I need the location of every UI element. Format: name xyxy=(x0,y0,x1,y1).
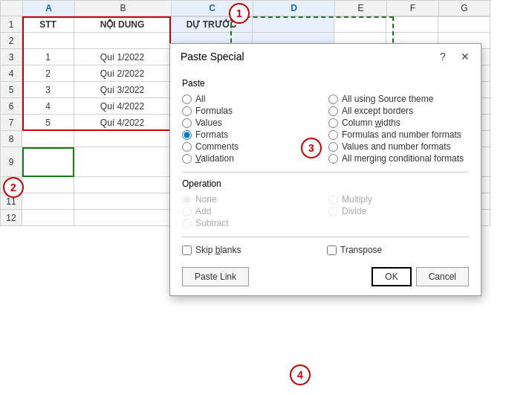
cell-a2[interactable] xyxy=(22,33,74,49)
skip-blanks-checkbox[interactable] xyxy=(182,245,192,255)
cell-b11[interactable] xyxy=(74,193,171,210)
row-num-6: 6 xyxy=(0,98,22,115)
cell-a3[interactable]: 1 xyxy=(22,49,74,65)
paste-options-right: All using Source theme All except border… xyxy=(328,93,469,164)
paste-option-all-source[interactable]: All using Source theme xyxy=(328,93,469,105)
dialog-controls: ? ✕ xyxy=(435,48,473,65)
paste-option-col-widths[interactable]: Column widths xyxy=(328,117,469,129)
cell-b5[interactable]: Quí 3/2022 xyxy=(74,82,171,98)
operation-options-left: None Add Subtract xyxy=(182,193,322,229)
cell-b1[interactable]: NỘI DUNG xyxy=(74,16,171,33)
cell-a7[interactable]: 5 xyxy=(22,115,74,131)
col-header-b[interactable]: B xyxy=(74,0,171,16)
annotation-4: 4 xyxy=(290,365,311,385)
operation-divide[interactable]: Divide xyxy=(328,205,469,217)
row-num-3: 3 xyxy=(0,49,22,65)
ok-cancel-group: OK Cancel xyxy=(372,267,469,286)
cell-b8[interactable] xyxy=(74,131,171,147)
paste-option-values[interactable]: Values xyxy=(182,117,322,129)
cell-a11[interactable] xyxy=(22,193,74,210)
cell-a12[interactable] xyxy=(22,210,74,226)
cell-a10[interactable] xyxy=(22,177,74,193)
col-header-f[interactable]: F xyxy=(386,0,438,16)
paste-option-except-borders[interactable]: All except borders xyxy=(328,105,469,117)
corner-cell xyxy=(0,0,22,16)
paste-option-validation[interactable]: Validation xyxy=(182,152,322,164)
row-num-9: 9 xyxy=(0,147,22,177)
dialog-buttons: Paste Link OK Cancel xyxy=(182,264,469,289)
paste-option-formulas-num[interactable]: Formulas and number formats xyxy=(328,129,469,141)
cell-g1[interactable] xyxy=(438,16,490,33)
paste-option-values-num[interactable]: Values and number formats xyxy=(328,141,469,152)
checkbox-row: Skip blanks Transpose xyxy=(182,243,469,257)
row-num-5: 5 xyxy=(0,82,22,98)
annotation-3: 3 xyxy=(301,138,322,158)
cell-d1[interactable] xyxy=(253,16,334,33)
separator-2 xyxy=(182,237,469,237)
cell-a1[interactable]: STT xyxy=(22,16,74,33)
transpose-label: Transpose xyxy=(340,245,382,255)
cell-a6[interactable]: 4 xyxy=(22,98,74,115)
skip-blanks-checkbox-item[interactable]: Skip blanks xyxy=(182,243,324,257)
column-headers: A B C D E F G xyxy=(0,0,532,16)
row-num-2: 2 xyxy=(0,33,22,49)
col-header-a[interactable]: A xyxy=(22,0,74,16)
paste-special-dialog: Paste Special ? ✕ Paste All Formulas xyxy=(169,43,481,296)
row-num-4: 4 xyxy=(0,65,22,82)
dialog-help-button[interactable]: ? xyxy=(435,48,451,65)
paste-option-all-merge[interactable]: All merging conditional formats xyxy=(328,152,469,164)
operation-section-label: Operation xyxy=(182,179,469,189)
col-header-e[interactable]: E xyxy=(334,0,386,16)
cell-b4[interactable]: Quí 2/2022 xyxy=(74,65,171,82)
operation-none[interactable]: None xyxy=(182,193,322,205)
transpose-checkbox[interactable] xyxy=(327,245,337,255)
skip-blanks-label: Skip blanks xyxy=(195,245,241,255)
annotation-1: 1 xyxy=(229,3,250,24)
ok-button[interactable]: OK xyxy=(372,267,411,286)
row-num-8: 8 xyxy=(0,131,22,147)
row-num-7: 7 xyxy=(0,115,22,131)
cell-a5[interactable]: 3 xyxy=(22,82,74,98)
col-header-d[interactable]: D xyxy=(253,0,334,16)
cell-b2[interactable] xyxy=(74,33,171,49)
operation-multiply[interactable]: Multiply xyxy=(328,193,469,205)
cell-a9[interactable] xyxy=(22,147,74,177)
cell-a4[interactable]: 2 xyxy=(22,65,74,82)
paste-option-all[interactable]: All xyxy=(182,93,322,105)
dialog-body: Paste All Formulas Values Formats xyxy=(170,69,481,295)
paste-option-formulas[interactable]: Formulas xyxy=(182,105,322,117)
cell-b10[interactable] xyxy=(74,177,171,193)
cell-e1[interactable] xyxy=(334,16,386,33)
cell-b7[interactable]: Quí 4/2022 xyxy=(74,115,171,131)
cell-f1[interactable] xyxy=(386,16,438,33)
paste-section-label: Paste xyxy=(182,78,469,89)
row-num-12: 12 xyxy=(0,210,22,226)
transpose-checkbox-item[interactable]: Transpose xyxy=(327,243,469,257)
operation-subtract[interactable]: Subtract xyxy=(182,217,322,229)
cancel-button[interactable]: Cancel xyxy=(416,267,469,286)
operation-options-right: Multiply Divide xyxy=(328,193,469,229)
dialog-title-bar: Paste Special ? ✕ xyxy=(170,44,481,69)
col-header-g[interactable]: G xyxy=(438,0,490,16)
cell-b9[interactable] xyxy=(74,147,171,177)
row-num-1: 1 xyxy=(0,16,22,33)
cell-b6[interactable]: Quí 4/2022 xyxy=(74,98,171,115)
paste-option-formats[interactable]: Formats xyxy=(182,129,322,141)
annotation-2: 2 xyxy=(3,177,24,198)
dialog-close-button[interactable]: ✕ xyxy=(457,48,473,65)
operation-add[interactable]: Add xyxy=(182,205,322,217)
cell-b3[interactable]: Quí 1/2022 xyxy=(74,49,171,65)
separator-1 xyxy=(182,172,469,173)
dialog-title: Paste Special xyxy=(181,51,244,62)
paste-link-button[interactable]: Paste Link xyxy=(182,267,249,286)
paste-options-left: All Formulas Values Formats Comments xyxy=(182,93,322,164)
cell-b12[interactable] xyxy=(74,210,171,226)
operation-options-grid: None Add Subtract Multiply Div xyxy=(182,193,469,229)
paste-options-grid: All Formulas Values Formats Comments xyxy=(182,93,469,164)
cell-a8[interactable] xyxy=(22,131,74,147)
